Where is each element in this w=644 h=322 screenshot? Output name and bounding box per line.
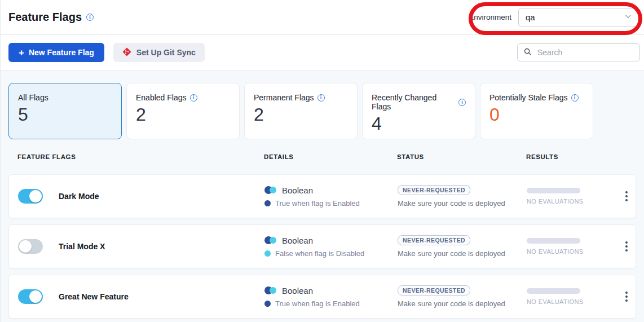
git-icon [122,47,131,58]
stat-value: 2 [136,104,230,125]
stat-card-all-flags[interactable]: All Flags 5 [8,83,122,139]
search-icon [523,47,532,58]
info-icon[interactable] [86,14,94,21]
stat-label: Enabled Flags [136,93,230,102]
search-box [517,43,640,61]
page-title: Feature Flags [8,11,94,24]
boolean-type-icon [264,236,277,244]
stat-label: Recently Changed Flags [372,93,466,111]
evaluations-bar [527,238,580,244]
stat-card-enabled-flags[interactable]: Enabled Flags 2 [126,83,240,139]
column-header-status: STATUS [397,153,526,160]
toggle-knob [29,190,42,202]
table-header: FEATURE FLAGS DETAILS STATUS RESULTS [8,139,636,174]
search-input[interactable] [536,47,634,58]
flag-name[interactable]: Great New Feature [59,292,129,301]
environment-control: Environment qa [469,8,639,27]
flag-toggle[interactable] [18,239,43,254]
table-row[interactable]: Great New Feature Boolean True when flag… [8,275,636,319]
flag-rule: True when flag is Enabled [275,299,360,308]
flag-toggle[interactable] [18,289,43,304]
flag-rule: True when flag is Enabled [275,199,360,208]
column-header-results: RESULTS [526,153,616,160]
new-feature-flag-button[interactable]: + New Feature Flag [8,43,104,62]
rule-bullet-icon [264,301,271,307]
stat-value: 4 [372,113,466,134]
chevron-down-icon [624,12,632,22]
environment-value: qa [526,12,535,22]
flag-name[interactable]: Trial Mode X [59,242,105,251]
page-title-text: Feature Flags [8,11,82,24]
rule-bullet-icon [264,200,271,206]
table-row[interactable]: Trial Mode X Boolean False when flag is … [8,224,636,268]
flag-type: Boolean [282,236,313,245]
stat-card-recently-changed-flags[interactable]: Recently Changed Flags 4 [362,83,475,139]
stat-value: 5 [18,104,112,125]
stat-value: 0 [489,104,584,125]
status-message: Make sure your code is deployed [398,199,505,208]
evaluations-bar [527,288,580,294]
flag-toggle[interactable] [18,189,43,204]
stat-value: 2 [254,104,348,125]
flag-rule: False when flag is Disabled [275,249,364,258]
set-up-git-sync-button[interactable]: Set Up Git Sync [113,43,205,62]
stat-card-permanent-flags[interactable]: Permanent Flags 2 [244,83,358,139]
toggle-knob [19,240,32,253]
evaluations-bar [527,188,580,193]
info-icon[interactable] [571,94,579,102]
info-icon[interactable] [317,94,325,102]
evaluations-label: NO EVALUATIONS [527,248,617,255]
toolbar: + New Feature Flag Set Up Git Sync [1,35,644,70]
boolean-type-icon [264,286,277,294]
stat-cards: All Flags 5 Enabled Flags 2 Permanent Fl… [8,83,636,139]
flag-type: Boolean [282,286,313,295]
stat-label: Permanent Flags [254,93,348,102]
top-bar: Feature Flags Environment qa [1,0,644,35]
evaluations-label: NO EVALUATIONS [527,298,617,305]
toggle-knob [29,290,42,303]
stat-label: Potentially Stale Flags [489,93,584,102]
status-message: Make sure your code is deployed [398,249,505,258]
status-badge: NEVER-REQUESTED [398,235,470,245]
flag-type: Boolean [282,186,313,195]
status-message: Make sure your code is deployed [398,299,505,308]
new-feature-flag-label: New Feature Flag [29,48,94,57]
feature-flags-page: Feature Flags Environment qa + New Featu… [0,0,644,322]
column-header-feature-flags: FEATURE FLAGS [8,153,264,160]
set-up-git-sync-label: Set Up Git Sync [136,48,196,57]
evaluations-label: NO EVALUATIONS [527,198,617,205]
environment-select[interactable]: qa [518,8,639,27]
status-badge: NEVER-REQUESTED [398,285,470,295]
info-icon[interactable] [458,99,466,106]
info-icon[interactable] [190,94,197,102]
rule-bullet-icon [264,250,271,257]
stat-card-potentially-stale-flags[interactable]: Potentially Stale Flags 0 [480,83,593,139]
content-area: All Flags 5 Enabled Flags 2 Permanent Fl… [1,70,644,322]
row-menu-button[interactable] [620,189,633,204]
table-row[interactable]: Dark Mode Boolean True when flag is Enab… [8,174,636,218]
stat-label: All Flags [18,93,112,102]
row-menu-button[interactable] [620,239,633,254]
boolean-type-icon [264,186,277,194]
row-menu-button[interactable] [620,289,633,304]
flag-name[interactable]: Dark Mode [59,192,99,201]
plus-icon: + [19,48,24,58]
column-header-details: DETAILS [264,153,397,160]
environment-label: Environment [469,13,511,21]
status-badge: NEVER-REQUESTED [398,185,470,195]
